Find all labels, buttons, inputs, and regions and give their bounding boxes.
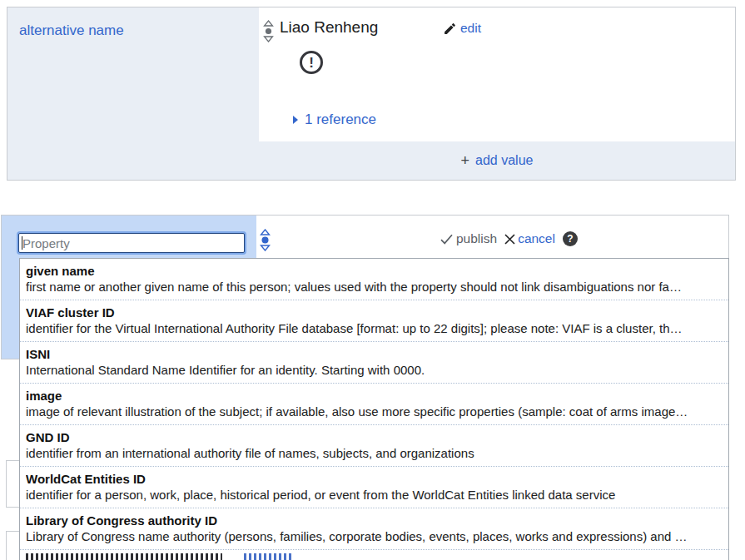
reference-toggle[interactable]: 1 reference [305, 112, 376, 128]
plus-icon: + [461, 153, 470, 168]
text-caret [22, 236, 22, 250]
property-search-input[interactable] [18, 233, 245, 253]
suggestion-description: first name or another given name of this… [26, 279, 722, 295]
suggestion-item[interactable]: GND ID identifier from an international … [20, 425, 728, 467]
pencil-icon [443, 22, 457, 36]
suggestion-item[interactable]: given name first name or another given n… [20, 259, 728, 300]
property-link[interactable]: alternative name [19, 22, 124, 38]
clipped-label-fragment [26, 553, 222, 560]
check-icon [440, 234, 453, 245]
suggestion-item[interactable]: Library of Congress authority ID Library… [20, 508, 728, 550]
property-suggester-dropdown: given name first name or another given n… [19, 258, 729, 560]
cancel-button[interactable]: cancel [518, 231, 555, 246]
add-value-button[interactable]: add value [475, 153, 533, 168]
suggestion-label: GND ID [26, 429, 722, 445]
property-column: alternative name [7, 7, 259, 180]
statement-group: alternative name Liao Renheng edit ! 1 r… [7, 7, 736, 181]
suggestion-description: International Standard Name Identifier f… [26, 362, 722, 378]
suggestion-description: identifier from an international authori… [26, 445, 722, 461]
help-icon[interactable]: ? [563, 231, 578, 246]
add-value-strip: + add value [259, 141, 735, 180]
suggestion-item[interactable]: ISNI International Standard Name Identif… [20, 342, 728, 384]
suggestion-description: identifier for a person, work, place, hi… [26, 487, 722, 503]
suggestion-item-clipped[interactable] [20, 550, 728, 560]
suggestion-label: WorldCat Entities ID [26, 471, 722, 487]
suggestion-description: Library of Congress name authority (pers… [26, 528, 722, 544]
suggestion-label: VIAF cluster ID [26, 305, 722, 320]
publish-button[interactable]: publish [456, 231, 497, 246]
suggestion-label: Library of Congress authority ID [26, 513, 722, 528]
close-icon [504, 234, 515, 245]
rank-selector-icon[interactable] [260, 229, 271, 251]
rank-selector-icon[interactable] [263, 20, 274, 42]
statement-value: Liao Renheng [280, 18, 378, 37]
suggestion-label: image [26, 388, 722, 404]
edit-button[interactable]: edit [460, 21, 481, 36]
suggestion-item[interactable]: WorldCat Entities ID identifier for a pe… [20, 467, 728, 508]
suggestion-description: identifier for the Virtual International… [26, 320, 722, 336]
suggestion-label: ISNI [26, 346, 722, 362]
constraint-warning-icon[interactable]: ! [300, 51, 323, 74]
suggestion-item[interactable]: image image of relevant illustration of … [20, 384, 728, 425]
suggestion-item[interactable]: VIAF cluster ID identifier for the Virtu… [20, 300, 728, 342]
suggestion-list: given name first name or another given n… [20, 259, 728, 560]
collapsed-arrow-icon [293, 116, 298, 124]
suggestion-label: given name [26, 263, 722, 279]
suggestion-description: image of relevant illustration of the su… [26, 404, 722, 419]
clipped-link-fragment [244, 553, 292, 560]
statement-value-area: Liao Renheng edit ! 1 reference [259, 7, 735, 141]
